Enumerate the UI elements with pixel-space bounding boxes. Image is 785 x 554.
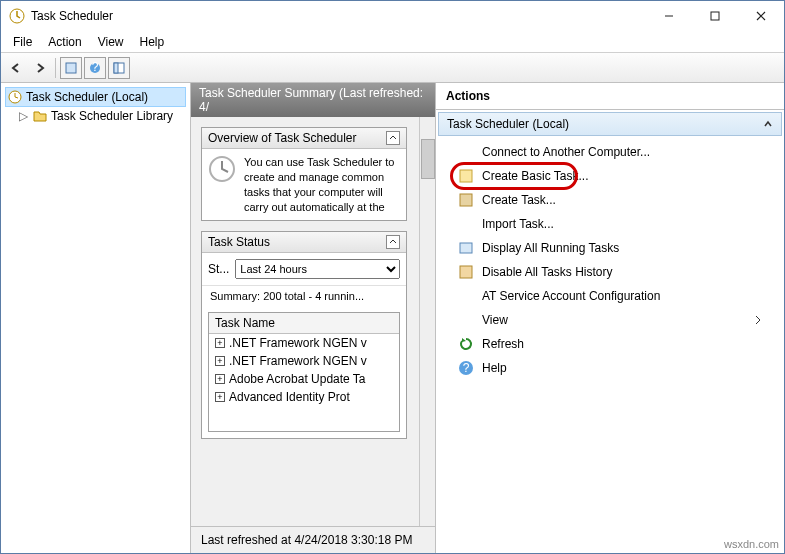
overview-title: Overview of Task Scheduler bbox=[208, 131, 357, 145]
tree-child[interactable]: ▷ Task Scheduler Library bbox=[5, 107, 186, 125]
list-item[interactable]: +Adobe Acrobat Update Ta bbox=[209, 370, 399, 388]
task-name: .NET Framework NGEN v bbox=[229, 336, 367, 350]
collapse-icon[interactable] bbox=[386, 131, 400, 145]
svg-rect-11 bbox=[460, 243, 472, 253]
action-display-running[interactable]: Display All Running Tasks bbox=[442, 236, 778, 260]
maximize-button[interactable] bbox=[692, 1, 738, 31]
collapse-icon[interactable] bbox=[386, 235, 400, 249]
title-bar: Task Scheduler bbox=[1, 1, 784, 31]
task-icon bbox=[458, 192, 474, 208]
action-label: Create Task... bbox=[482, 193, 556, 207]
clock-icon bbox=[8, 90, 22, 104]
plus-icon[interactable]: + bbox=[215, 356, 225, 366]
back-button[interactable] bbox=[5, 57, 27, 79]
refresh-icon bbox=[458, 336, 474, 352]
connect-icon bbox=[458, 144, 474, 160]
action-label: Display All Running Tasks bbox=[482, 241, 619, 255]
forward-button[interactable] bbox=[29, 57, 51, 79]
list-item[interactable]: +.NET Framework NGEN v bbox=[209, 352, 399, 370]
action-label: AT Service Account Configuration bbox=[482, 289, 660, 303]
plus-icon[interactable]: + bbox=[215, 392, 225, 402]
status-summary: Summary: 200 total - 4 runnin... bbox=[202, 285, 406, 306]
clock-large-icon bbox=[208, 155, 236, 214]
overview-panel: Overview of Task Scheduler You can use T… bbox=[201, 127, 407, 221]
action-create-task[interactable]: Create Task... bbox=[442, 188, 778, 212]
chevron-up-icon[interactable] bbox=[763, 119, 773, 129]
tree-root[interactable]: Task Scheduler (Local) bbox=[5, 87, 186, 107]
svg-text:?: ? bbox=[92, 62, 99, 74]
action-disable-history[interactable]: Disable All Tasks History bbox=[442, 260, 778, 284]
watermark: wsxdn.com bbox=[724, 538, 779, 550]
window-title: Task Scheduler bbox=[31, 9, 646, 23]
menu-view[interactable]: View bbox=[90, 33, 132, 51]
overview-text: You can use Task Scheduler to create and… bbox=[244, 155, 400, 214]
import-icon bbox=[458, 216, 474, 232]
action-label: Create Basic Task... bbox=[482, 169, 589, 183]
actions-pane: Actions Task Scheduler (Local) Connect t… bbox=[436, 83, 784, 553]
action-label: Connect to Another Computer... bbox=[482, 145, 650, 159]
svg-rect-10 bbox=[460, 194, 472, 206]
menu-help[interactable]: Help bbox=[132, 33, 173, 51]
toolbar-separator bbox=[55, 58, 56, 78]
plus-icon[interactable]: + bbox=[215, 374, 225, 384]
action-help[interactable]: ? Help bbox=[442, 356, 778, 380]
view-icon bbox=[458, 312, 474, 328]
vertical-scrollbar[interactable] bbox=[419, 117, 435, 526]
action-view[interactable]: View bbox=[442, 308, 778, 332]
task-list-header[interactable]: Task Name bbox=[209, 313, 399, 334]
actions-group-title: Task Scheduler (Local) bbox=[447, 117, 569, 131]
last-refreshed-footer: Last refreshed at 4/24/2018 3:30:18 PM bbox=[191, 526, 435, 553]
account-icon bbox=[458, 288, 474, 304]
action-label: View bbox=[482, 313, 508, 327]
status-panel: Task Status St... Last 24 hours Summary:… bbox=[201, 231, 407, 439]
app-icon bbox=[9, 8, 25, 24]
svg-rect-12 bbox=[460, 266, 472, 278]
toolbar: ? bbox=[1, 53, 784, 83]
svg-rect-9 bbox=[460, 170, 472, 182]
svg-text:?: ? bbox=[463, 361, 470, 375]
action-label: Help bbox=[482, 361, 507, 375]
action-label: Refresh bbox=[482, 337, 524, 351]
summary-pane: Task Scheduler Summary (Last refreshed: … bbox=[191, 83, 436, 553]
expand-icon[interactable]: ▷ bbox=[17, 109, 29, 123]
summary-header: Task Scheduler Summary (Last refreshed: … bbox=[191, 83, 435, 117]
svg-rect-6 bbox=[114, 63, 118, 73]
action-import-task[interactable]: Import Task... bbox=[442, 212, 778, 236]
menu-bar: File Action View Help bbox=[1, 31, 784, 53]
status-label: St... bbox=[208, 262, 229, 276]
running-icon bbox=[458, 240, 474, 256]
tree-child-label: Task Scheduler Library bbox=[51, 109, 173, 123]
status-timeframe-select[interactable]: Last 24 hours bbox=[235, 259, 400, 279]
action-refresh[interactable]: Refresh bbox=[442, 332, 778, 356]
actions-group-header[interactable]: Task Scheduler (Local) bbox=[438, 112, 782, 136]
navigation-tree: Task Scheduler (Local) ▷ Task Scheduler … bbox=[1, 83, 191, 553]
minimize-button[interactable] bbox=[646, 1, 692, 31]
plus-icon[interactable]: + bbox=[215, 338, 225, 348]
history-icon bbox=[458, 264, 474, 280]
task-list[interactable]: Task Name +.NET Framework NGEN v +.NET F… bbox=[208, 312, 400, 432]
action-label: Import Task... bbox=[482, 217, 554, 231]
action-label: Disable All Tasks History bbox=[482, 265, 613, 279]
content-area: Task Scheduler (Local) ▷ Task Scheduler … bbox=[1, 83, 784, 553]
toolbar-view-button[interactable] bbox=[60, 57, 82, 79]
toolbar-pane-button[interactable] bbox=[108, 57, 130, 79]
tree-root-label: Task Scheduler (Local) bbox=[26, 90, 148, 104]
list-item[interactable]: +Advanced Identity Prot bbox=[209, 388, 399, 406]
action-create-basic-task[interactable]: Create Basic Task... bbox=[442, 164, 778, 188]
close-button[interactable] bbox=[738, 1, 784, 31]
svg-rect-2 bbox=[66, 63, 76, 73]
wizard-icon bbox=[458, 168, 474, 184]
menu-file[interactable]: File bbox=[5, 33, 40, 51]
chevron-right-icon bbox=[754, 315, 762, 325]
action-at-service[interactable]: AT Service Account Configuration bbox=[442, 284, 778, 308]
help-icon: ? bbox=[458, 360, 474, 376]
menu-action[interactable]: Action bbox=[40, 33, 89, 51]
actions-header: Actions bbox=[436, 83, 784, 110]
folder-icon bbox=[33, 110, 47, 122]
task-name: .NET Framework NGEN v bbox=[229, 354, 367, 368]
toolbar-help-button[interactable]: ? bbox=[84, 57, 106, 79]
task-name: Advanced Identity Prot bbox=[229, 390, 350, 404]
task-name: Adobe Acrobat Update Ta bbox=[229, 372, 366, 386]
list-item[interactable]: +.NET Framework NGEN v bbox=[209, 334, 399, 352]
action-connect[interactable]: Connect to Another Computer... bbox=[442, 140, 778, 164]
